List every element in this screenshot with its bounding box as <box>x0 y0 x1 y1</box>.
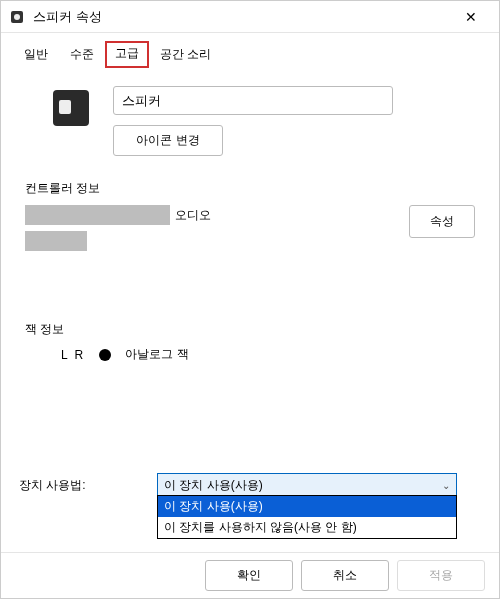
window-title: 스피커 속성 <box>33 8 451 26</box>
tab-general[interactable]: 일반 <box>13 41 59 68</box>
apply-button: 적용 <box>397 560 485 591</box>
jack-section-label: 잭 정보 <box>25 321 475 338</box>
controller-properties-button[interactable]: 속성 <box>409 205 475 238</box>
controller-suffix: 오디오 <box>175 208 211 222</box>
jack-channels: L R <box>61 348 85 362</box>
jack-type: 아날로그 잭 <box>125 346 188 363</box>
dropdown-option-enable[interactable]: 이 장치 사용(사용) <box>158 496 456 517</box>
dropdown-option-disable[interactable]: 이 장치를 사용하지 않음(사용 안 함) <box>158 517 456 538</box>
controller-info: 오디오 <box>25 205 401 251</box>
redacted-controller-name <box>25 205 170 225</box>
device-name-input[interactable] <box>113 86 393 115</box>
tab-content: 아이콘 변경 컨트롤러 정보 오디오 속성 잭 정보 L R <box>1 68 499 552</box>
jack-color-dot <box>99 349 111 361</box>
titlebar: 스피커 속성 ✕ <box>1 1 499 33</box>
close-button[interactable]: ✕ <box>451 2 491 32</box>
jack-row: L R 아날로그 잭 <box>61 346 475 363</box>
tab-strip: 일반 수준 고급 공간 소리 <box>1 33 499 68</box>
tab-levels[interactable]: 수준 <box>59 41 105 68</box>
dropdown-selected-text: 이 장치 사용(사용) <box>164 477 263 494</box>
device-icon <box>53 90 89 126</box>
device-header: 아이콘 변경 <box>25 86 475 156</box>
controller-section: 컨트롤러 정보 오디오 속성 <box>25 180 475 251</box>
device-usage-dropdown[interactable]: 이 장치 사용(사용) ⌄ 이 장치 사용(사용) 이 장치를 사용하지 않음(… <box>157 473 457 498</box>
speaker-app-icon <box>9 9 25 25</box>
device-usage-label: 장치 사용법: <box>19 473 149 494</box>
controller-row: 오디오 속성 <box>25 205 475 251</box>
change-icon-button[interactable]: 아이콘 변경 <box>113 125 223 156</box>
cancel-button[interactable]: 취소 <box>301 560 389 591</box>
ok-button[interactable]: 확인 <box>205 560 293 591</box>
tab-spatial-sound[interactable]: 공간 소리 <box>149 41 222 68</box>
svg-point-1 <box>14 14 20 20</box>
dialog-window: 스피커 속성 ✕ 일반 수준 고급 공간 소리 아이콘 변경 컨트롤러 정보 오… <box>0 0 500 599</box>
tab-advanced[interactable]: 고급 <box>105 41 149 68</box>
dialog-footer: 확인 취소 적용 <box>1 552 499 598</box>
dropdown-list: 이 장치 사용(사용) 이 장치를 사용하지 않음(사용 안 함) <box>157 495 457 539</box>
device-usage-row: 장치 사용법: 이 장치 사용(사용) ⌄ 이 장치 사용(사용) 이 장치를 … <box>19 473 457 498</box>
jack-section: 잭 정보 L R 아날로그 잭 <box>25 321 475 363</box>
controller-section-label: 컨트롤러 정보 <box>25 180 475 197</box>
device-fields: 아이콘 변경 <box>113 86 475 156</box>
redacted-controller-detail <box>25 231 87 251</box>
chevron-down-icon: ⌄ <box>442 480 450 491</box>
close-icon: ✕ <box>465 9 477 25</box>
